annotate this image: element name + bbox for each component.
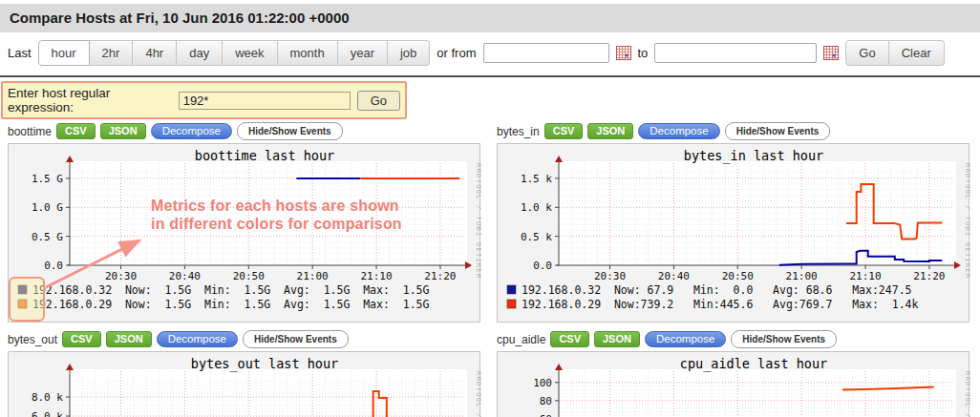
cpu-aidle-panel-wrap: 10080604020020:3020:4020:5021:0021:1021:…	[497, 351, 971, 417]
x-tick-label: 20:50	[722, 270, 754, 282]
host-regex-go-button[interactable]: Go	[357, 91, 400, 111]
x-tick-label: 21:00	[297, 270, 329, 282]
bytes_out-rrd-svg: 8.0 k6.0 k4.0 k2.0 k0.020:3020:4020:5021…	[9, 352, 481, 417]
boottime-rrd-svg: 1.5 G1.0 G0.5 G0.020:3020:4020:5021:0021…	[9, 144, 481, 323]
range-year-button[interactable]: year	[338, 40, 388, 66]
json-button[interactable]: JSON	[106, 331, 152, 347]
csv-button[interactable]: CSV	[550, 331, 589, 347]
y-tick-label: 1.5 G	[32, 173, 63, 185]
y-tick-label: 80	[540, 395, 552, 407]
last-label: Last	[8, 46, 32, 60]
rrdtool-watermark: RRDTOOL / TOBI OETIKER	[475, 163, 481, 279]
chart-title: cpu_aidle last hour	[680, 356, 827, 372]
or-from-label: or from	[437, 46, 476, 60]
bytes-in-header: bytes_in CSV JSON Decompose Hide/Show Ev…	[497, 122, 971, 140]
from-date-input[interactable]	[483, 43, 609, 63]
decompose-button[interactable]: Decompose	[638, 123, 719, 139]
json-button[interactable]: JSON	[100, 123, 146, 139]
y-tick-label: 0.0	[533, 260, 552, 272]
cpu-aidle-header: cpu_aidle CSV JSON Decompose Hide/Show E…	[497, 330, 971, 348]
csv-button[interactable]: CSV	[544, 123, 584, 139]
json-button[interactable]: JSON	[594, 331, 640, 347]
y-tick-label: 100	[533, 377, 552, 389]
x-tick-label: 20:40	[169, 270, 201, 282]
range-day-button[interactable]: day	[177, 40, 223, 66]
bytes-out-header: bytes_out CSV JSON Decompose Hide/Show E…	[8, 330, 482, 348]
y-tick-label: 60	[540, 413, 552, 417]
x-tick-label: 21:10	[849, 270, 881, 282]
rrdtool-watermark: RRDTOOL / TOBI OETIKER	[964, 371, 970, 417]
y-tick-label: 6.0 k	[32, 410, 63, 417]
legend-entry: 192.168.0.32 Now: 67.9 Min: 0.0 Avg: 68.…	[522, 283, 912, 297]
boottime-panel-wrap: 1.5 G1.0 G0.5 G0.020:3020:4020:5021:0021…	[8, 143, 482, 323]
legend-entry: 192.168.0.29 Now:739.2 Min:445.6 Avg:769…	[522, 298, 918, 311]
range-month-button[interactable]: month	[278, 40, 338, 66]
y-tick-label: 8.0 k	[32, 391, 63, 404]
bytes-out-panel-wrap: 8.0 k6.0 k4.0 k2.0 k0.020:3020:4020:5021…	[8, 351, 482, 417]
x-tick-label: 20:30	[594, 270, 626, 282]
x-tick-label: 21:00	[786, 270, 818, 282]
range-job-button[interactable]: job	[388, 40, 430, 66]
hide-show-events-button[interactable]: Hide/Show Events	[725, 122, 831, 140]
rrdtool-watermark: RRDTOOL / TOBI OETIKER	[475, 371, 481, 417]
chart-title: bytes_in last hour	[684, 148, 823, 164]
boottime-header: boottime CSV JSON Decompose Hide/Show Ev…	[8, 122, 482, 140]
legend-swatch	[18, 285, 27, 294]
y-tick-label: 0.5 k	[521, 231, 552, 243]
host-regex-input[interactable]	[179, 92, 351, 110]
range-4hr-button[interactable]: 4hr	[133, 40, 177, 66]
csv-button[interactable]: CSV	[56, 123, 96, 139]
range-hour-button[interactable]: hour	[38, 40, 90, 66]
section-cpu-aidle: cpu_aidle CSV JSON Decompose Hide/Show E…	[497, 330, 971, 417]
to-calendar-icon[interactable]	[823, 46, 839, 60]
csv-button[interactable]: CSV	[62, 331, 101, 347]
y-tick-label: 1.5 k	[521, 173, 552, 185]
decompose-button[interactable]: Decompose	[645, 331, 726, 347]
boottime-graph: 1.5 G1.0 G0.5 G0.020:3020:4020:5021:0021…	[8, 143, 480, 323]
json-button[interactable]: JSON	[587, 123, 633, 139]
bytes_in-rrd-svg: 1.5 k1.0 k0.5 k0.020:3020:4020:5021:0021…	[498, 144, 970, 323]
section-bytes-out: bytes_out CSV JSON Decompose Hide/Show E…	[8, 330, 482, 417]
from-calendar-icon[interactable]	[616, 46, 631, 60]
hide-show-events-button[interactable]: Hide/Show Events	[243, 330, 349, 348]
chart-title: boottime last hour	[195, 148, 334, 163]
x-tick-label: 21:10	[360, 270, 392, 282]
host-regex-label: Enter host regular expression:	[8, 86, 172, 115]
graphs-grid: boottime CSV JSON Decompose Hide/Show Ev…	[0, 120, 980, 417]
metric-label-boottime: boottime	[8, 125, 52, 138]
legend-entry: 192.168.0.32 Now: 1.5G Min: 1.5G Avg: 1.…	[32, 283, 429, 297]
metric-label-bytes-in: bytes_in	[497, 125, 540, 138]
section-boottime: boottime CSV JSON Decompose Hide/Show Ev…	[8, 122, 482, 323]
bytes-in-graph: 1.5 k1.0 k0.5 k0.020:3020:4020:5021:0021…	[497, 143, 969, 323]
bytes-out-graph: 8.0 k6.0 k4.0 k2.0 k0.020:3020:4020:5021…	[8, 351, 480, 417]
page-title: Compare Hosts at Fri, 10 Jun 2016 01:22:…	[0, 4, 980, 32]
metric-label-bytes-out: bytes_out	[8, 333, 57, 346]
bytes-in-panel-wrap: 1.5 k1.0 k0.5 k0.020:3020:4020:5021:0021…	[497, 143, 971, 323]
y-tick-label: 1.0 k	[521, 201, 552, 214]
time-range-group: hour 2hr 4hr day week month year job	[38, 40, 431, 66]
hide-show-events-button[interactable]: Hide/Show Events	[731, 330, 837, 348]
cpu_aidle-rrd-svg: 10080604020020:3020:4020:5021:0021:1021:…	[498, 352, 970, 417]
go-clear-group: Go Clear	[845, 40, 944, 66]
legend-swatch	[507, 300, 516, 308]
range-2hr-button[interactable]: 2hr	[90, 40, 134, 66]
y-tick-label: 1.0 G	[32, 201, 63, 214]
y-tick-label: 0.0	[44, 260, 63, 272]
rrdtool-watermark: RRDTOOL / TOBI OETIKER	[964, 163, 970, 279]
decompose-button[interactable]: Decompose	[151, 123, 232, 139]
legend-entry: 192.168.0.29 Now: 1.5G Min: 1.5G Avg: 1.…	[32, 298, 429, 311]
legend-swatch	[507, 285, 516, 294]
to-date-input[interactable]	[654, 43, 817, 63]
clear-button[interactable]: Clear	[889, 40, 945, 66]
x-tick-label: 20:50	[233, 270, 265, 282]
decompose-button[interactable]: Decompose	[157, 331, 238, 347]
go-button[interactable]: Go	[845, 40, 888, 66]
time-range-toolbar: Last hour 2hr 4hr day week month year jo…	[0, 32, 980, 77]
section-bytes-in: bytes_in CSV JSON Decompose Hide/Show Ev…	[497, 122, 971, 323]
y-tick-label: 0.5 G	[32, 231, 63, 243]
hide-show-events-button[interactable]: Hide/Show Events	[237, 122, 343, 140]
legend-swatch	[18, 300, 27, 308]
to-label: to	[638, 46, 649, 60]
range-week-button[interactable]: week	[223, 40, 277, 66]
metric-label-cpu-aidle: cpu_aidle	[497, 333, 545, 346]
